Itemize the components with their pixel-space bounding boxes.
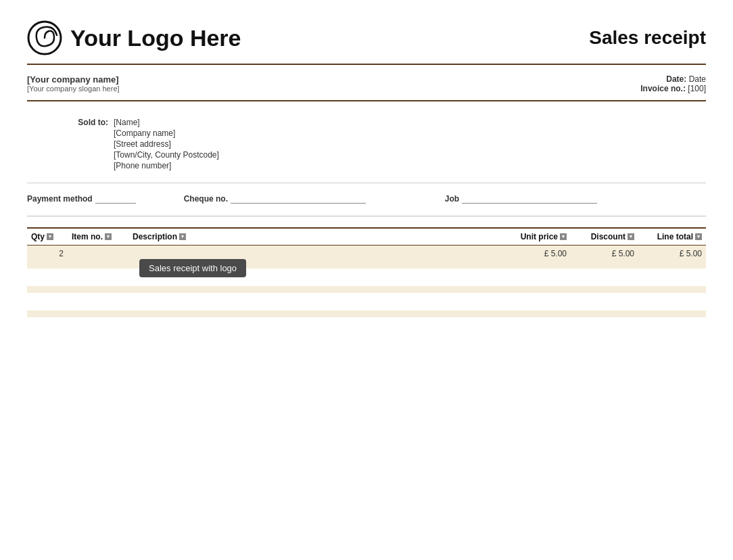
payment-method-field: Payment method (27, 194, 184, 204)
invoice-no-value: [100] (688, 84, 706, 93)
cell-qty (27, 286, 68, 293)
cell-linetotal: £ 5.00 (638, 246, 706, 262)
cell-linetotal (638, 293, 706, 310)
unitprice-dropdown-icon[interactable]: ▼ (560, 233, 567, 240)
payment-method-label: Payment method (27, 194, 93, 204)
cell-qty (27, 293, 68, 310)
cell-description (128, 310, 503, 317)
date-row: Date: Date (640, 74, 706, 84)
cell-unitprice: £ 5.00 (503, 246, 571, 262)
linetotal-dropdown-icon[interactable]: ▼ (695, 233, 702, 240)
cell-unitprice (503, 262, 571, 269)
cell-discount (571, 286, 638, 293)
cell-linetotal (638, 286, 706, 293)
company-details: [Your company name] [Your company slogan… (27, 74, 120, 93)
sold-to-company: [Company name] (68, 129, 706, 138)
invoice-no-label: Invoice no.: (640, 84, 686, 93)
cell-itemno (68, 262, 128, 269)
cheque-no-field: Cheque no. (184, 194, 445, 204)
job-label: Job (445, 194, 459, 204)
col-discount-header: Discount ▼ (571, 228, 638, 246)
desc-dropdown-icon[interactable]: ▼ (179, 233, 186, 240)
cell-description (128, 262, 503, 269)
cell-linetotal (638, 262, 706, 269)
cell-qty (27, 269, 68, 286)
cell-qty (27, 317, 68, 335)
cell-discount (571, 310, 638, 317)
cell-unitprice (503, 317, 571, 335)
col-linetotal-header: Line total ▼ (638, 228, 706, 246)
cell-discount (571, 317, 638, 335)
cheque-no-line (231, 194, 366, 204)
cell-itemno (68, 310, 128, 317)
table-row (27, 286, 706, 293)
date-value: Date (689, 74, 706, 84)
table-row (27, 262, 706, 269)
cell-discount: £ 5.00 (571, 246, 638, 262)
col-itemno-header: Item no. ▼ (68, 228, 128, 246)
invoice-meta: Date: Date Invoice no.: [100] (640, 74, 706, 93)
job-line (462, 194, 597, 204)
cell-discount (571, 293, 638, 310)
cell-discount (571, 262, 638, 269)
cheque-no-label: Cheque no. (184, 194, 228, 204)
cell-itemno (68, 246, 128, 262)
payment-method-line (95, 194, 136, 204)
itemno-dropdown-icon[interactable]: ▼ (105, 233, 112, 240)
cell-unitprice (503, 269, 571, 286)
company-name: [Your company name] (27, 74, 120, 85)
cell-description (128, 317, 503, 335)
cell-qty (27, 262, 68, 269)
cell-unitprice (503, 293, 571, 310)
col-unitprice-header: Unit price ▼ (503, 228, 571, 246)
payment-divider (27, 216, 706, 216)
cell-linetotal (638, 317, 706, 335)
sold-to-town: [Town/City, County Postcode] (68, 150, 706, 160)
sold-to-section: Sold to: [Name] [Company name] [Street a… (27, 111, 706, 183)
table-header-row: Qty ▼ Item no. ▼ Description ▼ (27, 228, 706, 246)
items-table: Qty ▼ Item no. ▼ Description ▼ (27, 227, 706, 335)
discount-dropdown-icon[interactable]: ▼ (628, 233, 634, 240)
table-row: 2Sales receipt with logo£ 5.00£ 5.00£ 5.… (27, 246, 706, 262)
date-label: Date: (666, 74, 686, 84)
cell-description (128, 293, 503, 310)
job-field: Job (445, 194, 706, 204)
qty-dropdown-icon[interactable]: ▼ (47, 233, 53, 240)
col-qty-header: Qty ▼ (27, 228, 68, 246)
cell-itemno (68, 317, 128, 335)
cell-description: Sales receipt with logo (128, 246, 503, 262)
cell-qty: 2 (27, 246, 68, 262)
cell-unitprice (503, 310, 571, 317)
company-info-row: [Your company name] [Your company slogan… (27, 74, 706, 101)
cell-itemno (68, 269, 128, 286)
sold-to-name-row: Sold to: [Name] (68, 118, 706, 127)
cell-unitprice (503, 286, 571, 293)
cell-itemno (68, 286, 128, 293)
cell-description (128, 286, 503, 293)
cell-qty (27, 310, 68, 317)
page: Your Logo Here Sales receipt [Your compa… (0, 0, 733, 560)
company-slogan: [Your company slogan here] (27, 85, 120, 93)
header: Your Logo Here Sales receipt (27, 20, 706, 65)
table-row (27, 269, 706, 286)
logo-area: Your Logo Here (27, 20, 241, 55)
sold-to-phone: [Phone number] (68, 161, 706, 170)
payment-fields-row: Payment method Cheque no. Job (27, 194, 706, 204)
page-title: Sales receipt (589, 27, 706, 49)
sold-to-label: Sold to: (68, 118, 108, 127)
table-row (27, 310, 706, 317)
cell-linetotal (638, 310, 706, 317)
table-row (27, 317, 706, 335)
logo-icon (27, 20, 62, 55)
sold-to-name: [Name] (114, 118, 140, 127)
logo-text: Your Logo Here (70, 25, 241, 51)
table-row (27, 293, 706, 310)
col-desc-header: Description ▼ (128, 228, 503, 246)
cell-discount (571, 269, 638, 286)
cell-description (128, 269, 503, 286)
sold-to-street: [Street address] (68, 139, 706, 149)
cell-itemno (68, 293, 128, 310)
cell-linetotal (638, 269, 706, 286)
invoice-no-row: Invoice no.: [100] (640, 84, 706, 93)
